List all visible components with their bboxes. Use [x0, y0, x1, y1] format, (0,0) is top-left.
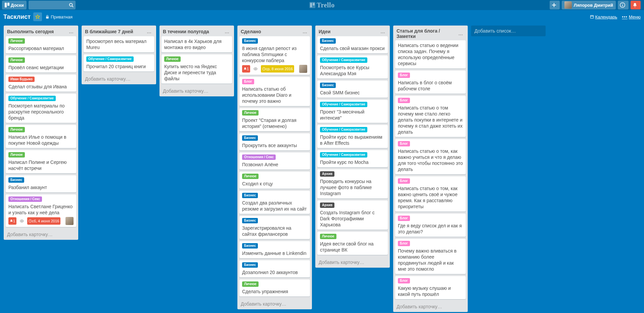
list-header: В ближайшие 7 дней…	[82, 26, 156, 36]
card-labels: Иван Будыко	[8, 77, 74, 83]
card[interactable]: БлогНаписать статью об использовании Dia…	[239, 77, 310, 106]
list-title[interactable]: В ближайшие 7 дней	[85, 29, 145, 34]
card[interactable]: БизнесДозаполнил 20 аккаунтов	[239, 260, 310, 277]
add-card-button[interactable]: Добавить карточку…	[393, 301, 468, 312]
card[interactable]: БлогНаписать статью о том почему мне ста…	[395, 96, 466, 137]
list-menu-button[interactable]: …	[223, 28, 231, 35]
search-input[interactable]	[29, 1, 76, 9]
card-labels: Обучение / Саморазвитие	[320, 152, 385, 159]
list-title[interactable]: Статьи для блога / Заметки	[397, 28, 457, 39]
badge-notification: 1	[242, 65, 250, 73]
card-text: Создал два различных резюме и загрузил и…	[242, 200, 307, 212]
boards-button[interactable]: Доски	[2, 1, 27, 9]
avatar	[564, 1, 572, 9]
list-menu-button[interactable]: …	[301, 28, 309, 35]
label-black: Архив	[320, 203, 334, 208]
card[interactable]: БизнесСделать свой магазин прокси	[317, 36, 388, 53]
card[interactable]: БлогНаписать статью о том, как важно учи…	[395, 139, 466, 174]
card-member-avatar[interactable]	[299, 65, 307, 73]
card[interactable]: БизнесРазбанил аккаунт	[6, 175, 76, 192]
card-labels: Обучение / Саморазвитие	[320, 127, 385, 133]
card[interactable]: ЛичноеСделать упражнения	[239, 279, 310, 297]
list: Идеи…БизнесСделать свой магазин проксиОб…	[315, 26, 390, 268]
card[interactable]: Просмотрел весь материал Mureu	[84, 36, 154, 52]
card[interactable]: БизнесСвой SMM бизнес	[317, 81, 388, 98]
card[interactable]: АрхивСоздать Instagram блог с Dark Фотог…	[317, 200, 388, 230]
list-title[interactable]: Выполнить сегодня	[7, 29, 67, 34]
menu-label: Меню	[629, 14, 641, 19]
list-menu-button[interactable]: …	[379, 28, 386, 35]
card[interactable]: Написал в 4к Харьков для монтажа его вид…	[162, 36, 232, 52]
list-title[interactable]: Идеи	[319, 29, 379, 34]
card[interactable]: Обучение / СаморазвитиеПройти курс по вы…	[317, 125, 388, 148]
help-button[interactable]	[618, 1, 629, 9]
list-menu-button[interactable]: …	[145, 28, 153, 35]
card[interactable]: ЛичноеНаписал Полине и Сергею насчёт вст…	[6, 150, 76, 173]
card[interactable]: БлогНаписать статью о том, как важно цен…	[395, 176, 466, 212]
card[interactable]: ЛичноеИдея вести свой блог на странице В…	[317, 232, 388, 255]
card-labels: Блог	[398, 241, 463, 247]
card[interactable]: БлогНаписать в блог о своём рабочем стол…	[395, 71, 466, 94]
add-card-button[interactable]: Добавить карточку…	[4, 229, 78, 240]
card[interactable]: Обучение / СаморазвитиеПроект "3-месячны…	[317, 100, 388, 123]
card[interactable]: БлогПочему важно вливаться в компанию бо…	[395, 239, 466, 274]
card[interactable]: БлогКакую музыку слушаю и какой путь про…	[395, 276, 466, 299]
notifications-button[interactable]	[631, 1, 641, 9]
card[interactable]: Отношения / СексНаписать Светлане Грицен…	[6, 194, 76, 227]
add-card-button[interactable]: Добавить карточку…	[82, 74, 156, 84]
board-header: Тасклист Приватная Календарь ••• Меню	[0, 10, 644, 24]
card[interactable]: ЛичноеСходил к отцу	[239, 172, 310, 189]
card[interactable]: Обучение / СаморазвитиеПосмотрел материа…	[6, 94, 76, 123]
add-card-button[interactable]: Добавить карточку…	[159, 86, 234, 96]
card[interactable]: АрхивПроводить конкурсы на лучшее фото в…	[317, 169, 388, 198]
visibility-button[interactable]: Приватная	[45, 14, 73, 19]
user-menu[interactable]: Ляпоров Дмитрий	[562, 1, 616, 9]
card-member-avatar[interactable]	[65, 217, 74, 225]
card[interactable]: ЛичноеКупить место на Яндекс Диске и пер…	[162, 54, 232, 84]
card-text: Сделал отзывы для Ивана	[8, 84, 74, 90]
menu-link[interactable]: ••• Меню	[622, 14, 641, 19]
trello-logo[interactable]: Trello	[309, 1, 334, 9]
board-canvas[interactable]: Выполнить сегодня…ЛичноеРассортировал ма…	[0, 24, 644, 313]
card-text: Дозаполнил 20 аккаунтов	[242, 269, 307, 275]
card[interactable]: ЛичноеРассортировал материал	[6, 36, 76, 53]
board-header-right: Календарь ••• Меню	[585, 14, 641, 19]
card-text: Провёл сеанс медитации	[8, 64, 74, 71]
label-blue: Бизнес	[242, 218, 258, 223]
card-text: Изменить данные в Linkendin	[242, 250, 307, 256]
card[interactable]: Написать статью о ведении списка задач. …	[395, 40, 466, 69]
card-labels: Бизнес	[320, 83, 385, 89]
card[interactable]: БизнесСоздал два различных резюме и загр…	[239, 191, 310, 214]
list-title[interactable]: В течении полугода	[163, 29, 223, 34]
create-button[interactable]	[550, 1, 560, 9]
card[interactable]: БизнесИзменить данные в Linkendin	[239, 241, 310, 258]
card[interactable]: ЛичноеПровёл сеанс медитации	[6, 55, 76, 73]
board-title[interactable]: Тасклист	[3, 13, 31, 20]
add-list-button[interactable]: Добавить список…	[471, 26, 546, 36]
star-button[interactable]	[33, 12, 42, 21]
star-icon	[35, 14, 40, 19]
list-cards: Просмотрел весь материал MureuОбучение /…	[82, 36, 156, 74]
card-text: Проект "Старая и долгая история" (отмене…	[242, 117, 307, 129]
list-title[interactable]: Сделано	[241, 29, 301, 34]
card[interactable]: Обучение / СаморазвитиеПрочитал 20 стран…	[84, 54, 154, 72]
add-card-button[interactable]: Добавить карточку…	[315, 257, 390, 268]
card[interactable]: БизнесПрокрутить все аккаунты	[239, 133, 310, 150]
label-blue: Бизнес	[242, 243, 258, 249]
calendar-link[interactable]: Календарь	[590, 14, 617, 19]
add-card-button[interactable]: Добавить карточку…	[237, 299, 312, 309]
list-menu-button[interactable]: …	[457, 30, 464, 37]
card[interactable]: Бизнес8 июня сделал репост из паблика Sm…	[239, 36, 310, 75]
card[interactable]: ЛичноеНаписал Илье о помощи в покупке Но…	[6, 125, 76, 148]
card[interactable]: Обучение / СаморазвитиеПройти курс по Mo…	[317, 150, 388, 167]
card[interactable]: БизнесЗарегистрировался на сайтах фрилан…	[239, 216, 310, 239]
card[interactable]: ЛичноеПроект "Старая и долгая история" (…	[239, 108, 310, 131]
card-text: Прокрутить все аккаунты	[242, 142, 307, 148]
list-menu-button[interactable]: …	[67, 28, 75, 35]
label-pink: Блог	[398, 141, 410, 146]
card[interactable]: Обучение / СаморазвитиеПосмотреть все Ку…	[317, 55, 388, 79]
card[interactable]: Отношения / СексПозвонил Алёне	[239, 152, 310, 170]
card[interactable]: БлогГде я веду список дел и как я это де…	[395, 214, 466, 237]
card[interactable]: Иван БудыкоСделал отзывы для Ивана	[6, 75, 76, 92]
visibility-label: Приватная	[51, 14, 73, 19]
